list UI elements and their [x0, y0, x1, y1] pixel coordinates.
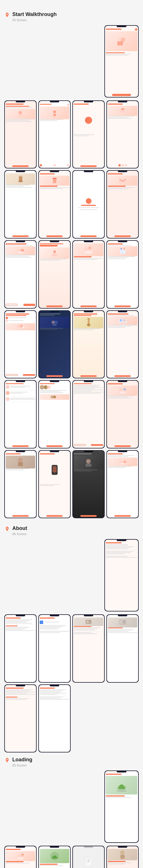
svg-rect-20: [18, 251, 23, 253]
walkthrough-title: Start Walkthrough: [12, 11, 57, 18]
svg-rect-74: [18, 858, 24, 860]
walkthrough-row-2: [4, 170, 139, 239]
svg-point-3: [119, 37, 121, 40]
svg-point-28: [120, 248, 122, 250]
loading-hero-phone: [105, 771, 139, 843]
svg-rect-42: [120, 322, 125, 323]
svg-rect-77: [87, 860, 90, 860]
walkthrough-row-6: [4, 450, 139, 519]
svg-rect-15: [53, 178, 57, 179]
svg-point-59: [7, 528, 8, 529]
about-phone-1: [4, 614, 37, 683]
walkthrough-row-3: [4, 240, 139, 309]
about-row-2: [4, 684, 139, 753]
walkthrough-phone-7: [73, 170, 105, 239]
walkthrough-phone-3: [73, 100, 105, 169]
svg-point-43: [51, 396, 54, 398]
svg-point-71: [116, 789, 127, 792]
svg-rect-64: [89, 621, 91, 621]
about-info: About 06 Screen: [12, 525, 27, 536]
svg-rect-63: [86, 621, 89, 623]
svg-point-8: [54, 111, 56, 113]
svg-point-44: [53, 396, 56, 398]
about-hero-phone: [105, 539, 139, 612]
svg-point-56: [119, 460, 122, 464]
loading-row-1: [4, 846, 139, 868]
walkthrough-phone-22: [38, 450, 70, 519]
walkthrough-phone-16: [106, 310, 139, 379]
walkthrough-row-5: [4, 380, 139, 448]
walkthrough-phone-21: [4, 450, 37, 519]
svg-point-45: [56, 396, 59, 398]
svg-point-34: [54, 320, 58, 324]
svg-point-57: [123, 461, 126, 463]
loading-phone-3: [73, 846, 105, 868]
walkthrough-phone-10: [38, 240, 70, 309]
about-section-header: About 06 Screen: [4, 525, 139, 536]
walkthrough-phone-17: [4, 380, 37, 448]
loading-icon: [4, 757, 10, 763]
svg-point-32: [22, 326, 25, 328]
svg-rect-14: [53, 179, 56, 183]
svg-rect-5: [18, 115, 23, 117]
walkthrough-info: Start Walkthrough 25 Screen: [12, 11, 57, 22]
walkthrough-phone-11: [73, 240, 105, 309]
svg-rect-10: [121, 108, 124, 110]
walkthrough-icon: [4, 12, 10, 18]
walkthrough-section-header: Start Walkthrough 25 Screen: [4, 11, 139, 22]
about-phone-2: f: [38, 614, 70, 683]
svg-point-23: [54, 251, 56, 253]
walkthrough-phone-4: [106, 100, 139, 169]
loading-phone-1: [4, 846, 37, 868]
svg-rect-58: [120, 463, 125, 464]
svg-point-73: [21, 854, 24, 856]
svg-rect-67: [120, 621, 122, 623]
svg-point-70: [7, 759, 8, 760]
about-title: About: [12, 525, 27, 532]
about-row-1: f: [4, 614, 139, 683]
svg-rect-68: [123, 621, 125, 622]
svg-rect-50: [18, 462, 23, 466]
about-icon: [4, 526, 10, 532]
svg-point-49: [18, 458, 23, 462]
walkthrough-phone-1: [4, 100, 37, 169]
svg-point-24: [84, 247, 88, 251]
svg-point-4: [19, 111, 22, 115]
loading-phone-4: [106, 846, 139, 868]
svg-rect-48: [120, 392, 125, 394]
walkthrough-phone-9: [4, 240, 37, 309]
svg-rect-79: [87, 862, 89, 863]
svg-point-0: [7, 14, 8, 15]
about-hero: [4, 539, 139, 612]
svg-rect-27: [120, 250, 125, 254]
loading-phone-2: [38, 846, 70, 868]
svg-point-53: [54, 473, 55, 474]
svg-text:f: f: [41, 621, 42, 623]
svg-point-29: [123, 248, 125, 250]
walkthrough-phone-20: [106, 380, 139, 448]
loading-section-header: Loading 05 Screen: [4, 757, 139, 767]
svg-point-25: [88, 247, 91, 249]
loading-info: Loading 05 Screen: [12, 757, 32, 767]
walkthrough-phone-14: [38, 310, 70, 379]
walkthrough-row-4: [4, 310, 139, 379]
about-subtitle: 06 Screen: [12, 532, 27, 536]
svg-point-41: [123, 319, 125, 321]
svg-point-40: [120, 319, 122, 321]
svg-point-54: [86, 459, 91, 464]
svg-point-72: [18, 854, 22, 858]
svg-point-30: [17, 325, 20, 328]
svg-rect-65: [89, 622, 91, 623]
svg-rect-78: [87, 861, 90, 861]
svg-rect-26: [85, 251, 92, 254]
about-phone-6: [38, 684, 70, 753]
svg-rect-81: [120, 855, 125, 859]
walkthrough-phone-8: [106, 170, 139, 239]
walkthrough-phone-24: [106, 450, 139, 519]
loading-subtitle: 05 Screen: [12, 764, 32, 767]
svg-rect-55: [86, 464, 91, 467]
walkthrough-subtitle: 25 Screen: [12, 18, 57, 22]
walkthrough-phone-5: [4, 170, 37, 239]
walkthrough-phone-18: [38, 380, 70, 448]
walkthrough-phone-15: [73, 310, 105, 379]
